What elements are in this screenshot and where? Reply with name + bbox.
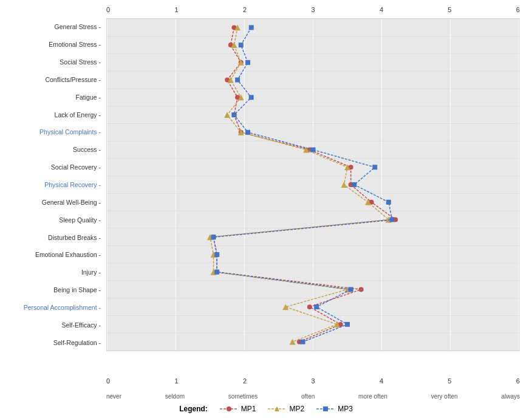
- y-label-2: Social Stress -: [0, 53, 104, 71]
- marker-MP3-8: [372, 165, 377, 170]
- marker-MP3-9: [352, 182, 356, 187]
- marker-MP3-6: [245, 130, 250, 135]
- x-bottom-label-3: often: [301, 393, 315, 400]
- marker-MP1-16: [307, 304, 312, 309]
- y-label-12: Disturbed Breaks -: [0, 228, 104, 246]
- y-label-7: Success -: [0, 141, 104, 159]
- legend-mp1: MP1: [220, 405, 256, 413]
- x-top-6: 6: [516, 6, 520, 13]
- y-label-0: General Stress -: [0, 18, 104, 36]
- x-top-1: 1: [174, 6, 178, 13]
- legend-mp3-icon: [316, 405, 335, 413]
- marker-MP3-3: [235, 78, 240, 83]
- x-bottom-num-2: 2: [243, 377, 247, 385]
- marker-MP3-12: [211, 235, 216, 239]
- legend-mp2-label: MP2: [289, 405, 304, 413]
- marker-MP3-15: [349, 287, 353, 292]
- x-bottom-num-0: 0: [106, 377, 110, 385]
- x-top-0: 0: [106, 6, 110, 13]
- y-label-17: Self-Efficacy -: [0, 316, 104, 334]
- y-label-10: General Well-Being -: [0, 193, 104, 211]
- marker-MP3-7: [311, 148, 316, 152]
- x-top-5: 5: [448, 6, 451, 13]
- y-label-1: Emotional Stress -: [0, 36, 104, 53]
- x-bottom-num-3: 3: [311, 377, 315, 385]
- x-bottom-num-6: 6: [516, 377, 520, 385]
- marker-MP3-13: [214, 252, 219, 257]
- series-line-MP3: [214, 27, 392, 341]
- x-axis-top: 0 1 2 3 4 5 6: [106, 6, 520, 13]
- legend-mp3-label: MP3: [338, 405, 353, 413]
- legend-mp3: MP3: [316, 405, 353, 413]
- x-top-2: 2: [243, 6, 247, 13]
- legend-title: Legend:: [179, 405, 208, 413]
- x-bottom-num-1: 1: [174, 377, 178, 385]
- chart-container: 0 1 2 3 4 5 6 General Stress -Emotional …: [0, 0, 532, 418]
- marker-MP3-1: [239, 43, 244, 47]
- x-bottom-label-1: seldom: [165, 393, 185, 400]
- x-bottom-num-4: 4: [380, 377, 383, 385]
- x-axis-bottom-nums: 0123456: [106, 377, 520, 385]
- x-bottom-label-0: never: [106, 393, 121, 400]
- x-axis-bottom-labels: neverseldomsometimesoftenmore oftenvery …: [106, 393, 520, 400]
- y-label-14: Injury -: [0, 264, 104, 281]
- y-label-9: Physical Recovery -: [0, 176, 104, 194]
- y-label-18: Self-Regulation -: [0, 334, 104, 351]
- y-label-8: Social Recovery -: [0, 159, 104, 176]
- marker-MP3-11: [390, 217, 395, 222]
- y-label-4: Fatigue -: [0, 88, 104, 106]
- legend: Legend: MP1 MP2 MP3: [0, 405, 532, 413]
- legend-mp2: MP2: [268, 405, 304, 413]
- marker-MP3-17: [345, 322, 350, 327]
- marker-MP3-16: [314, 304, 319, 309]
- legend-mp1-label: MP1: [241, 405, 256, 413]
- y-labels: General Stress -Emotional Stress -Social…: [0, 18, 104, 351]
- marker-MP3-18: [301, 340, 305, 344]
- x-top-4: 4: [380, 6, 383, 13]
- y-label-15: Being in Shape -: [0, 281, 104, 299]
- svg-rect-25: [323, 406, 328, 411]
- x-bottom-label-4: more often: [358, 393, 387, 400]
- chart-area: [106, 18, 520, 351]
- legend-mp1-icon: [220, 405, 238, 413]
- marker-MP3-2: [245, 60, 250, 65]
- chart-svg: [107, 19, 519, 351]
- marker-MP3-10: [386, 200, 391, 205]
- marker-MP2-18: [290, 339, 296, 345]
- y-label-3: Conflicts/Pressure -: [0, 71, 104, 89]
- y-label-5: Lack of Energy -: [0, 106, 104, 123]
- x-top-3: 3: [311, 6, 315, 13]
- marker-MP1-15: [359, 287, 364, 292]
- marker-MP3-14: [214, 270, 219, 275]
- marker-MP3-5: [231, 112, 236, 117]
- series-line-MP2: [210, 27, 389, 341]
- marker-MP2-9: [341, 182, 347, 188]
- y-label-13: Emotional Exhaustion -: [0, 246, 104, 264]
- x-bottom-label-6: always: [501, 393, 520, 400]
- svg-point-21: [227, 406, 231, 411]
- y-label-11: Sleep Quality -: [0, 211, 104, 228]
- marker-MP2-16: [282, 304, 288, 310]
- y-label-6: Physical Complaints -: [0, 123, 104, 141]
- y-label-16: Personal Accomplishment -: [0, 299, 104, 317]
- marker-MP3-0: [249, 25, 254, 30]
- legend-mp2-icon: [268, 405, 286, 413]
- x-bottom-label-2: sometimes: [228, 393, 257, 400]
- x-bottom-label-5: very often: [431, 393, 458, 400]
- x-bottom-num-5: 5: [448, 377, 451, 385]
- marker-MP3-4: [249, 95, 254, 100]
